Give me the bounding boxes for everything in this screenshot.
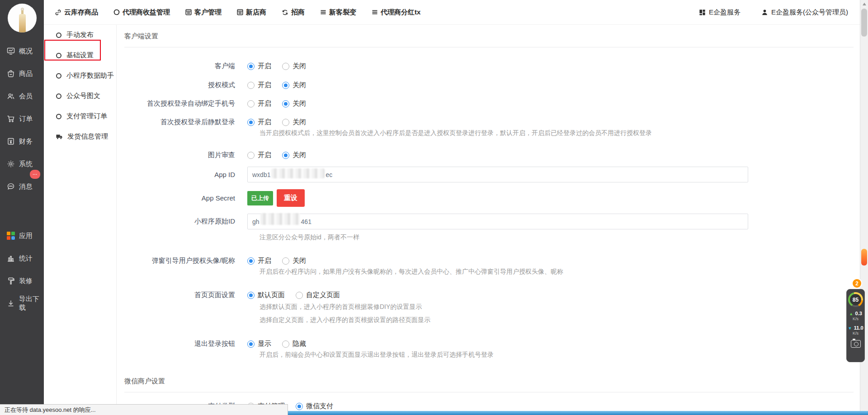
radio-label[interactable]: 关闭 — [292, 99, 306, 108]
sidebar-item-label: 装修 — [19, 277, 33, 285]
radio-on[interactable] — [247, 82, 255, 89]
account-entry[interactable]: E企盈服务(公众号管理员) — [761, 8, 848, 17]
sidebar-item-members[interactable]: 会员 — [0, 85, 44, 107]
sidebar-item-apps[interactable]: 应用 — [0, 224, 44, 247]
nav-item-investment[interactable]: 招商 — [282, 8, 305, 17]
radio-on[interactable] — [247, 63, 255, 70]
nav-label: 代理商分红tx — [381, 8, 420, 17]
goods-icon — [7, 70, 15, 78]
members-icon — [7, 92, 15, 100]
section-title-client: 客户端设置 — [124, 30, 854, 41]
top-nav: 云库存商品 代理商收益管理 客户管理 新店商 招商 新客裂变 代理商分红tx — [44, 8, 420, 17]
radio-custom-page[interactable] — [296, 292, 303, 299]
radio-label[interactable]: 开启 — [258, 99, 271, 108]
radio-label[interactable]: 默认页面 — [258, 291, 285, 299]
radio-label[interactable]: 隐藏 — [292, 340, 306, 348]
radio-off[interactable] — [282, 152, 289, 159]
radio-off[interactable] — [282, 119, 289, 126]
radio-label[interactable]: 显示 — [258, 340, 271, 348]
sidebar-item-orders[interactable]: 订单 — [0, 107, 44, 130]
submenu-item-basic-settings[interactable]: 基础设置 — [44, 45, 116, 65]
submenu-item-manual-publish[interactable]: 手动发布 — [44, 25, 116, 45]
screenshot-camera-icon[interactable] — [851, 340, 861, 348]
scrollbar-up-arrow[interactable] — [860, 0, 868, 8]
radio-on[interactable] — [247, 119, 255, 126]
sidebar-item-finance[interactable]: 财务 — [0, 130, 44, 153]
service-entry[interactable]: E企盈服务 — [699, 8, 741, 17]
hint-row: 开启后，前端会员中心和设置页面显示退出登录按钮，退出登录后可选择手机号登录 — [124, 351, 854, 359]
field-hint: 开启后在小程序访问，如果用户没有头像昵称的，每次进入会员中心、推广中心弹窗引导用… — [259, 268, 563, 276]
radio-label[interactable]: 自定义页面 — [306, 291, 340, 299]
app-id-input[interactable]: wxdb1 ec — [247, 167, 748, 182]
nav-item-cloud-stock[interactable]: 云库存商品 — [55, 8, 98, 17]
submenu-label: 发货信息管理 — [67, 132, 108, 141]
radio-wechat-pay[interactable] — [296, 403, 303, 410]
orders-cart-icon — [7, 115, 15, 123]
field-hint: 选择默认页面，进入小程序的首页根据装修DIY的设置显示 — [259, 303, 422, 311]
window-icon — [237, 9, 243, 15]
sidebar-item-goods[interactable]: 商品 — [0, 62, 44, 85]
radio-label[interactable]: 关闭 — [292, 256, 306, 265]
field-hint: 当开启授权模式后，这里控制会员首次进入小程序后是否是进入授权页登录进行登录，默认… — [259, 129, 652, 137]
raw-id-input[interactable]: gh 461 — [247, 214, 748, 229]
radio-group: 开启 关闭 — [247, 81, 317, 89]
monitor-notification-badge[interactable]: 2 — [852, 278, 862, 289]
nav-item-fission[interactable]: 新客裂变 — [320, 8, 356, 17]
nav-item-agent-income[interactable]: 代理商收益管理 — [113, 8, 170, 17]
field-hint: 开启后，前端会员中心和设置页面显示退出登录按钮，退出登录后可选择手机号登录 — [259, 351, 494, 359]
field-label: 退出登录按钮 — [124, 340, 247, 348]
radio-label[interactable]: 开启 — [258, 256, 271, 265]
field-label: 客户端 — [124, 62, 247, 70]
radio-show[interactable] — [247, 340, 255, 348]
radio-default-page[interactable] — [247, 292, 255, 299]
sidebar-item-message[interactable]: 消息 ... — [0, 175, 44, 198]
radio-off[interactable] — [282, 82, 289, 89]
sidebar-item-label: 应用 — [19, 232, 33, 240]
form-row-popup-auth: 弹窗引导用户授权头像/昵称 开启 关闭 — [124, 256, 854, 265]
radio-label[interactable]: 开启 — [258, 81, 271, 89]
nav-item-agent-bonus[interactable]: 代理商分红tx — [372, 8, 420, 17]
sidebar-item-label: 消息 — [19, 182, 33, 191]
uploaded-badge: 已上传 — [247, 191, 273, 205]
field-label: 首次授权登录后静默登录 — [124, 118, 247, 126]
radio-off[interactable] — [282, 257, 289, 265]
radio-label[interactable]: 开启 — [258, 62, 271, 70]
radio-on[interactable] — [247, 100, 255, 107]
radio-off[interactable] — [282, 63, 289, 70]
radio-off[interactable] — [282, 100, 289, 107]
sidebar-item-decorate[interactable]: 装修 — [0, 270, 44, 292]
avatar[interactable] — [8, 4, 37, 33]
radio-hide[interactable] — [282, 340, 289, 348]
radio-label[interactable]: 微信支付 — [306, 402, 333, 410]
submenu-item-miniapp-data[interactable]: 小程序数据助手 — [44, 65, 116, 86]
submenu-item-shipping-info[interactable]: 发货信息管理 — [44, 126, 116, 147]
form-row-logout-button: 退出登录按钮 显示 隐藏 — [124, 340, 854, 348]
scrollbar-thumb[interactable] — [861, 9, 867, 37]
submenu-item-official-articles[interactable]: 公众号图文 — [44, 86, 116, 106]
sidebar-item-label: 概况 — [19, 47, 33, 56]
circle-icon — [56, 73, 61, 79]
radio-group: 开启 关闭 — [247, 256, 317, 265]
sidebar-item-overview[interactable]: 概况 — [0, 40, 44, 62]
submenu-item-payment-orders[interactable]: 支付管理订单 — [44, 106, 116, 126]
radio-on[interactable] — [247, 152, 255, 159]
radio-label[interactable]: 开启 — [258, 118, 271, 126]
radio-label[interactable]: 关闭 — [292, 118, 306, 126]
sidebar-item-export[interactable]: 导出下载 — [0, 292, 44, 315]
radio-label[interactable]: 开启 — [258, 151, 271, 159]
nav-item-new-shop[interactable]: 新店商 — [237, 8, 266, 17]
secret-controls: 已上传 重设 — [247, 189, 305, 207]
download-rate: ▼ 11.0 K/s — [848, 325, 863, 336]
network-monitor-widget[interactable]: 85 ▲ 0.3 K/s ▼ 11.0 K/s — [846, 289, 865, 362]
sidebar-item-stats[interactable]: 统计 — [0, 247, 44, 270]
radio-label[interactable]: 关闭 — [292, 151, 306, 159]
field-label: 首次授权登录自动绑定手机号 — [124, 99, 247, 108]
radio-on[interactable] — [247, 257, 255, 265]
reset-button[interactable]: 重设 — [277, 189, 305, 207]
truck-icon — [56, 134, 62, 140]
radio-label[interactable]: 关闭 — [292, 81, 306, 89]
nav-item-customer-mgmt[interactable]: 客户管理 — [185, 8, 222, 17]
field-label: 小程序原始ID — [124, 217, 247, 226]
radio-label[interactable]: 关闭 — [292, 62, 306, 70]
system-gear-icon — [7, 160, 15, 168]
